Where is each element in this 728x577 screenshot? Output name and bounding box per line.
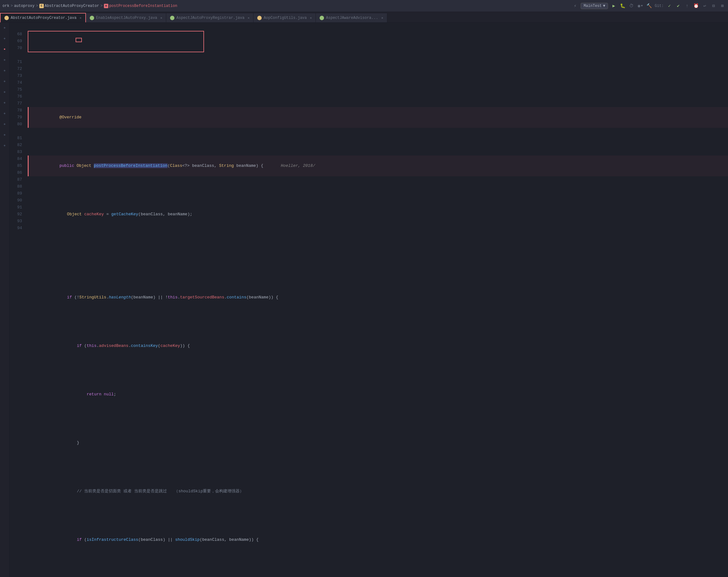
- tab-close-4[interactable]: ✕: [310, 16, 312, 20]
- kw-if3: if: [77, 537, 84, 542]
- history-icon[interactable]: ⏰: [693, 3, 699, 9]
- gutter-bookmark-10: ◈: [2, 122, 7, 127]
- code-line-method-sig: public Object postProcessBeforeInstantia…: [28, 156, 728, 176]
- tab-bar: AbstractAutoProxyCreator.java ✕ EnableAs…: [0, 12, 728, 23]
- tab-aspectj-registrar[interactable]: AspectJAutoProxyRegistrar.java ✕: [166, 13, 254, 22]
- nav-actions: ⚡ MainTest ▼ ▶ 🐛 ⏱ ◉▼ 🔨 Git: ✓ ✔ ↑ ⏰ ↩ ⊟…: [572, 3, 726, 9]
- code-container: 68 69 70 71 72 73 74 75 76 77 78 79 80 8…: [9, 23, 728, 577]
- run-config[interactable]: MainTest ▼: [581, 3, 608, 9]
- gutter-bookmark-6: ◈: [2, 79, 7, 84]
- bc-method: m postProcessBeforeInstantiation: [104, 4, 177, 8]
- coverage-icon[interactable]: ⏱: [628, 3, 634, 9]
- tab-icon-3: [170, 16, 175, 20]
- gutter-bookmark-4: ◈: [2, 57, 7, 62]
- tab-label-1: AbstractAutoProxyCreator.java: [11, 16, 77, 20]
- tab-close-2[interactable]: ✕: [160, 16, 162, 20]
- code-line-if2: if (this.advisedBeans.containsKey(cacheK…: [28, 336, 728, 356]
- left-gutter: ◈ ◈ ● ◈ ◈ ◈ ◈ ◈ ◈ ◈ ◈ ◈: [0, 23, 9, 577]
- method-isinfrastructure: isInfrastructureClass: [86, 537, 138, 542]
- code-line-brace1: }: [28, 432, 728, 453]
- code-content[interactable]: @Override public Object postProcessBefor…: [25, 23, 728, 577]
- build-icon[interactable]: 🔨: [646, 3, 652, 9]
- type-object2: Object: [67, 212, 84, 216]
- field-advisedbeans1: advisedBeans: [99, 343, 128, 348]
- undo-icon[interactable]: ↩: [702, 3, 708, 9]
- gutter-bookmark-1: ◈: [2, 25, 7, 30]
- git-check-icon[interactable]: ✓: [666, 3, 673, 9]
- tab-enableaspect[interactable]: EnableAspectJAutoProxy.java ✕: [86, 13, 166, 22]
- type-string: String: [219, 163, 236, 168]
- bc-class: C AbstractAutoProxyCreator: [40, 4, 99, 8]
- code-line-override: @Override: [28, 107, 728, 128]
- arg-beanclass1: beanClass: [141, 212, 163, 216]
- arg-beanclass3: beanClass: [202, 537, 224, 542]
- profiler-icon[interactable]: ◉▼: [637, 3, 643, 9]
- arg-beanclass2: beanClass: [141, 537, 163, 542]
- annotation-override: @Override: [59, 115, 82, 120]
- tab-icon-2: [90, 16, 94, 20]
- param-beanclass: beanClass: [192, 163, 214, 168]
- breadcrumb: ork > autoproxy > C AbstractAutoProxyCre…: [2, 4, 177, 8]
- nav-bar: ork > autoproxy > C AbstractAutoProxyCre…: [0, 0, 728, 12]
- tab-close-5[interactable]: ✕: [381, 16, 383, 20]
- gutter-bookmark-9: ◈: [2, 111, 7, 116]
- layout-icon[interactable]: ⊞: [719, 3, 726, 9]
- tab-close-1[interactable]: ✕: [80, 16, 82, 20]
- method-haslength: hasLength: [109, 295, 131, 300]
- tab-label-3: AspectJAutoProxyRegistrar.java: [176, 16, 244, 20]
- gutter-bookmark-8: ◈: [2, 100, 7, 105]
- git-tick-icon[interactable]: ✔: [675, 3, 681, 9]
- debug-icon[interactable]: 🐛: [619, 3, 626, 9]
- tab-label-4: AopConfigUtils.java: [264, 16, 307, 20]
- line-numbers: 68 69 70 71 72 73 74 75 76 77 78 79 80 8…: [9, 23, 25, 577]
- arg-beanname4: beanName: [229, 537, 249, 542]
- param-beanname: beanName: [236, 163, 256, 168]
- field-targetsourcedbeans: targetSourcedBeans: [180, 295, 224, 300]
- type-class: Class: [170, 163, 182, 168]
- bc-autoproxy: autoproxy: [14, 4, 35, 8]
- code-line-empty1: [28, 72, 728, 79]
- tab-icon-5: [320, 16, 324, 20]
- gutter-bookmark-2: ◈: [2, 36, 7, 41]
- run-icon[interactable]: ▶: [610, 3, 617, 9]
- terminal-icon[interactable]: ⊟: [710, 3, 717, 9]
- type-object: Object: [77, 163, 94, 168]
- arg-beanname3: beanName: [249, 295, 268, 300]
- method-contains: contains: [227, 295, 246, 300]
- kw-this1: this: [168, 295, 178, 300]
- gutter-bookmark-5: ◈: [2, 68, 7, 73]
- run-config-label: MainTest: [583, 4, 602, 8]
- tab-aspectjaware[interactable]: AspectJAwareAdvisora... ✕: [316, 13, 387, 22]
- tab-icon-4: [257, 16, 262, 20]
- var-cachekey: cacheKey: [84, 212, 104, 216]
- kw-null1: null: [104, 392, 114, 397]
- kw-return1: return: [86, 392, 104, 397]
- tab-aopconfig[interactable]: AopConfigUtils.java ✕: [254, 13, 316, 22]
- kw-if2: if: [77, 343, 84, 348]
- code-line-empty2: [28, 253, 728, 259]
- tab-label-2: EnableAspectJAutoProxy.java: [96, 16, 157, 20]
- method-shouldskip: shouldSkip: [175, 537, 200, 542]
- git-push-icon[interactable]: ↑: [684, 3, 690, 9]
- code-area[interactable]: 68 69 70 71 72 73 74 75 76 77 78 79 80 8…: [9, 23, 728, 577]
- arg-beanname2: beanName: [133, 295, 153, 300]
- tab-icon-1: [4, 16, 9, 20]
- method-name-selected: postProcessBeforeInstantiation: [94, 163, 167, 168]
- gutter-bookmark-11: ◈: [2, 132, 7, 137]
- gutter-bookmark-7: ◈: [2, 89, 7, 95]
- code-line-return1: return null;: [28, 384, 728, 405]
- dropdown-icon: ▼: [603, 4, 605, 8]
- kw-if1: if: [67, 295, 74, 300]
- arg-beanname1: beanName: [168, 212, 187, 216]
- comment-cn: // 当前类是否是切面类 或者 当前类是否是跳过 （shouldSkip重要，会…: [57, 489, 244, 494]
- method-getcachekey: getCacheKey: [111, 212, 138, 216]
- tab-label-5: AspectJAwareAdvisora...: [326, 16, 378, 20]
- code-line-if1: if (!StringUtils.hasLength(beanName) || …: [28, 287, 728, 308]
- gutter-bookmark-12: ◈: [2, 143, 7, 148]
- tab-close-3[interactable]: ✕: [248, 16, 250, 20]
- tab-abstract-autoproxy[interactable]: AbstractAutoProxyCreator.java ✕: [0, 13, 86, 22]
- kw-public: public: [59, 163, 77, 168]
- author-comment: Hoeller, 2018/: [276, 163, 315, 168]
- code-line-if3: if (isInfrastructureClass(beanClass) || …: [28, 529, 728, 550]
- code-line-cachekey: Object cacheKey = getCacheKey(beanClass,…: [28, 204, 728, 225]
